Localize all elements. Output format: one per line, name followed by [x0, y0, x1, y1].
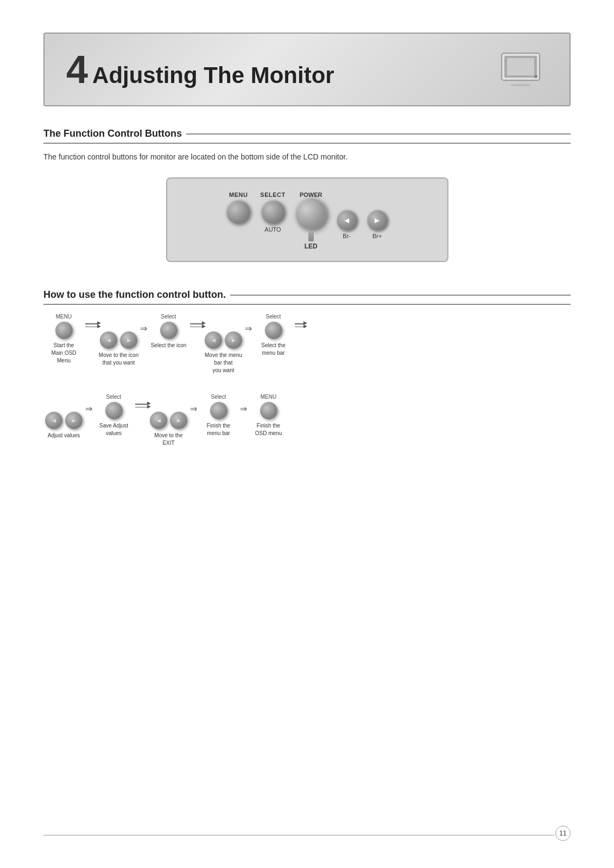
flow-arrow-7 [134, 404, 148, 407]
power-group: POWER LED [295, 192, 327, 250]
chapter-number: 4 [66, 50, 88, 89]
flow-select-label-3: Select [106, 394, 122, 401]
flow-nav-pair-4: ◀ ▶ [150, 412, 187, 429]
single-arrow-icon-4: ⇒ [190, 404, 197, 414]
single-arrow-icon-2: ⇒ [245, 323, 252, 334]
flow-menu-label-2: MENU [261, 394, 276, 401]
flow-nav-2: ◀ ▶ Move the menu bar thatyou want [203, 314, 244, 374]
bottom-line [43, 835, 554, 835]
menu-label: MENU [229, 192, 248, 198]
flow-select-3: Select Save Adjust values [93, 394, 134, 437]
flow-select-4: Select Finish themenu bar [198, 394, 239, 437]
flow-select-label-4: Select [211, 394, 226, 401]
flow-nav-desc-2: Move the menu bar thatyou want [203, 352, 244, 374]
flow-menu-label-1: MENU [56, 314, 72, 321]
flow-arrow-9: ⇒ [239, 404, 248, 414]
svg-rect-3 [515, 81, 526, 84]
flow-menu-2: MENU Finish theOSD menu [248, 394, 289, 437]
monitor-icon [499, 50, 548, 88]
select-label: SELECT [260, 192, 285, 198]
svg-rect-2 [507, 58, 534, 75]
flow-left-1: ◀ [100, 331, 117, 349]
flow-select-2: Select Select themenu bar [253, 314, 294, 357]
flow-select-circle-1 [160, 322, 178, 339]
flow-arrow-4: ⇒ [244, 323, 253, 334]
flow-select-label-2: Select [266, 314, 281, 321]
flow-arrow-1 [84, 323, 98, 327]
br-minus-button[interactable]: ◀ [337, 210, 357, 231]
flow-select-desc-2: Select themenu bar [261, 342, 285, 357]
br-minus-label: Br- [343, 233, 351, 239]
chapter-header: 4 Adjusting The Monitor [43, 33, 571, 106]
br-plus-label: Br+ [372, 233, 382, 239]
flow-menu-circle-1 [55, 322, 73, 339]
flow-right-1: ▶ [120, 331, 137, 349]
flow-arrow-2: ⇒ [139, 323, 148, 334]
flow-select-circle-3 [105, 402, 123, 419]
flow-right-3: ▶ [65, 412, 83, 429]
flow-select-circle-4 [210, 402, 227, 419]
flow-row2: ◀ ▶ Adjust values ⇒ Select Save Adjust v… [43, 394, 571, 447]
flow-arrow-8: ⇒ [189, 404, 198, 414]
flow-row1: MENU Start theMain OSDMenu ◀ ▶ Move to t… [43, 314, 571, 374]
page-container: 4 Adjusting The Monitor The Function Con… [0, 0, 614, 868]
flow-arrow-3 [189, 323, 203, 327]
flow-nav-desc-1: Move to the iconthat you want [99, 352, 138, 367]
flow-right-4: ▶ [170, 412, 187, 429]
flow-select-label-1: Select [161, 314, 176, 321]
flow-nav-pair-2: ◀ ▶ [205, 331, 242, 349]
flow-arrow-5 [294, 323, 305, 327]
flow-nav-pair-1: ◀ ▶ [100, 331, 137, 349]
br-plus-group: ▶ Br+ [367, 202, 388, 239]
menu-button-group: MENU [226, 192, 250, 224]
flow-select-1: Select Select the icon [148, 314, 189, 349]
single-arrow-icon-1: ⇒ [140, 323, 147, 334]
flow-nav-3: ◀ ▶ Adjust values [43, 394, 84, 439]
br-minus-group: ◀ Br- [337, 202, 357, 239]
flow-left-4: ◀ [150, 412, 167, 429]
flow-left-3: ◀ [45, 412, 62, 429]
page-number: 11 [555, 826, 571, 841]
flow-left-2: ◀ [205, 331, 222, 349]
menu-button[interactable] [226, 200, 250, 224]
led-indicator [308, 232, 314, 241]
flow-nav-pair-3: ◀ ▶ [45, 412, 83, 429]
section2-title: How to use the function control button. [43, 289, 571, 305]
flow-menu-desc-1: Start theMain OSDMenu [51, 342, 76, 365]
power-button[interactable] [295, 198, 327, 229]
button-panel: MENU SELECT AUTO POWER LED [166, 177, 448, 262]
flow-select-desc-4: Finish themenu bar [207, 422, 230, 437]
flow-menu-desc-2: Finish theOSD menu [255, 422, 282, 437]
flow-menu-circle-2 [260, 402, 277, 419]
flow-nav-1: ◀ ▶ Move to the iconthat you want [98, 314, 139, 367]
flow-nav-desc-4: Move to the EXIT [148, 432, 189, 447]
section1-title: The Function Control Buttons [43, 128, 571, 144]
select-auto-group: SELECT AUTO [260, 192, 285, 233]
led-section: LED [305, 232, 318, 250]
flow-right-2: ▶ [225, 331, 242, 349]
svg-rect-4 [511, 84, 530, 86]
select-button[interactable] [261, 200, 285, 224]
power-label: POWER [300, 192, 322, 198]
single-arrow-icon-5: ⇒ [240, 404, 247, 414]
flow-select-desc-1: Select the icon [151, 342, 187, 349]
single-arrow-icon-3: ⇒ [85, 404, 92, 414]
flow-arrow-6: ⇒ [84, 404, 93, 414]
flow-nav-4: ◀ ▶ Move to the EXIT [148, 394, 189, 447]
svg-point-5 [534, 75, 537, 78]
br-plus-button[interactable]: ▶ [367, 210, 388, 231]
flow-select-circle-2 [265, 322, 282, 339]
flow-menu-1: MENU Start theMain OSDMenu [43, 314, 84, 365]
flow-select-desc-3: Save Adjust values [93, 422, 134, 437]
chapter-title: 4 Adjusting The Monitor [66, 50, 334, 89]
led-label: LED [305, 242, 318, 250]
auto-sublabel: AUTO [264, 226, 281, 233]
section1-desc: The function control buttons for monitor… [43, 152, 571, 161]
flow-nav-desc-3: Adjust values [48, 432, 80, 439]
chapter-title-text: Adjusting The Monitor [92, 62, 334, 88]
